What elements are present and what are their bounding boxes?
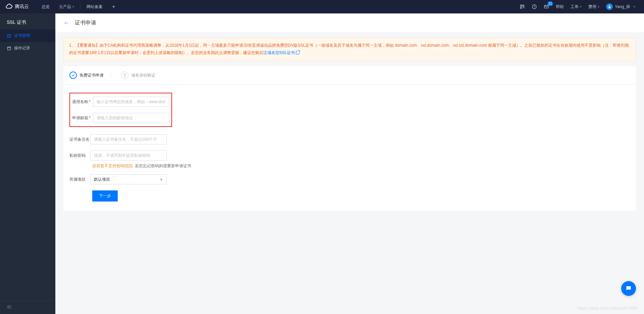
select-project[interactable]: 默认项目 ▼ xyxy=(90,174,167,184)
nav-add[interactable]: + xyxy=(107,0,120,13)
scan-icon xyxy=(520,4,525,9)
sidebar-item-operation-log[interactable]: 操作记录 xyxy=(0,42,55,54)
nav-user[interactable]: Yang_薛 xyxy=(603,0,639,13)
input-common-name[interactable] xyxy=(93,97,169,107)
notice-link[interactable]: 泛域名型SSL证书 xyxy=(263,50,295,55)
input-note[interactable] xyxy=(90,134,167,144)
nav-history-icon[interactable] xyxy=(528,0,540,13)
step-1-label: 免费证书申请 xyxy=(79,73,104,78)
step-2-label: 域名身份验证 xyxy=(131,73,155,78)
select-project-value: 默认项目 xyxy=(94,177,110,182)
chat-icon xyxy=(625,285,632,292)
svg-rect-7 xyxy=(7,47,10,50)
highlighted-fields: 通用名称* 申请邮箱* xyxy=(69,93,172,127)
step-1-circle xyxy=(69,72,77,79)
label-email: 申请邮箱* xyxy=(72,115,93,121)
step-2-circle: 2 xyxy=(121,72,128,79)
back-button[interactable]: ← xyxy=(63,19,69,27)
cert-icon xyxy=(7,34,11,38)
svg-rect-0 xyxy=(521,5,522,6)
main-content: ← 证书申请 1、【重要通知】由于CA机构和证书代理商策略调整，从2018年1月… xyxy=(55,13,644,314)
label-note: 证书备注名 xyxy=(69,137,90,142)
sidebar-item-label: 证书管理 xyxy=(14,33,30,39)
notice-text: 1、【重要通知】由于CA机构和证书代理商策略调整，从2018年1月1日起，同一主… xyxy=(69,43,629,55)
password-hint-rest: 若您忘记密码则需重新申请证书 xyxy=(133,164,191,168)
row-common-name: 通用名称* xyxy=(72,97,169,107)
cloud-icon xyxy=(5,3,13,10)
label-project: 所属项目 xyxy=(69,177,90,182)
sidebar-item-label: 操作记录 xyxy=(14,45,30,51)
input-password[interactable] xyxy=(90,150,167,161)
nav-divider xyxy=(80,4,80,9)
user-icon xyxy=(607,5,611,9)
svg-point-5 xyxy=(609,5,610,7)
sidebar-item-cert-manage[interactable]: 证书管理 xyxy=(0,30,55,42)
page-title: 证书申请 xyxy=(75,19,96,27)
step-2: 2 域名身份验证 xyxy=(121,72,155,79)
nav-beian[interactable]: 网站备案 xyxy=(82,0,107,13)
submit-row: 下一步 xyxy=(92,190,630,201)
row-email: 申请邮箱* xyxy=(72,113,169,123)
nav-products[interactable]: 云产品 xyxy=(54,0,79,13)
sidebar-title: SSL 证书 xyxy=(0,13,55,30)
brand-text: 腾讯云 xyxy=(15,4,29,10)
username: Yang_薛 xyxy=(615,4,630,10)
svg-rect-2 xyxy=(521,7,522,8)
check-icon xyxy=(71,73,75,77)
svg-rect-1 xyxy=(523,5,524,6)
sidebar-footer xyxy=(0,301,55,314)
brand-logo[interactable]: 腾讯云 xyxy=(5,3,29,10)
password-hint: 目前暂不支持密码找回, 若您忘记密码则需重新申请证书 xyxy=(92,163,630,169)
step-arrow-icon: 〉 xyxy=(110,72,115,79)
nav-overview[interactable]: 总览 xyxy=(37,0,54,13)
step-1: 免费证书申请 xyxy=(69,72,104,79)
nav-messages[interactable]: 11 xyxy=(540,0,552,13)
notice-banner: 1、【重要通知】由于CA机构和证书代理商策略调整，从2018年1月1日起，同一主… xyxy=(63,38,636,61)
top-navbar: 腾讯云 总览 云产品 网站备案 + 11 帮助 工单 费用 Yang_薛 xyxy=(0,0,644,13)
calendar-icon xyxy=(7,46,11,51)
row-project: 所属项目 默认项目 ▼ xyxy=(69,174,630,184)
row-password: 私钥密码 xyxy=(69,150,630,161)
chat-fab[interactable] xyxy=(621,281,636,296)
collapse-icon[interactable] xyxy=(7,305,12,309)
sidebar: SSL 证书 证书管理 操作记录 xyxy=(0,13,55,314)
next-button[interactable]: 下一步 xyxy=(92,190,118,201)
form-card: 免费证书申请 〉 2 域名身份验证 通用名称* xyxy=(63,66,636,211)
clock-icon xyxy=(532,4,537,9)
steps-bar: 免费证书申请 〉 2 域名身份验证 xyxy=(63,66,636,85)
cert-form: 通用名称* 申请邮箱* 证书备注名 私钥密码 xyxy=(63,85,636,211)
page-header: ← 证书申请 xyxy=(55,13,644,32)
nav-fees[interactable]: 费用 xyxy=(585,0,603,13)
row-note: 证书备注名 xyxy=(69,134,630,144)
avatar xyxy=(606,3,613,10)
nav-tickets[interactable]: 工单 xyxy=(567,0,585,13)
label-password: 私钥密码 xyxy=(69,153,90,159)
chevron-down-icon: ▼ xyxy=(160,178,163,181)
label-common-name: 通用名称* xyxy=(72,99,93,105)
password-hint-warn: 目前暂不支持密码找回, xyxy=(92,164,133,168)
input-email[interactable] xyxy=(93,113,169,123)
nav-help[interactable]: 帮助 xyxy=(552,0,567,13)
nav-scan-icon[interactable] xyxy=(516,0,528,13)
external-link-icon xyxy=(296,51,299,54)
